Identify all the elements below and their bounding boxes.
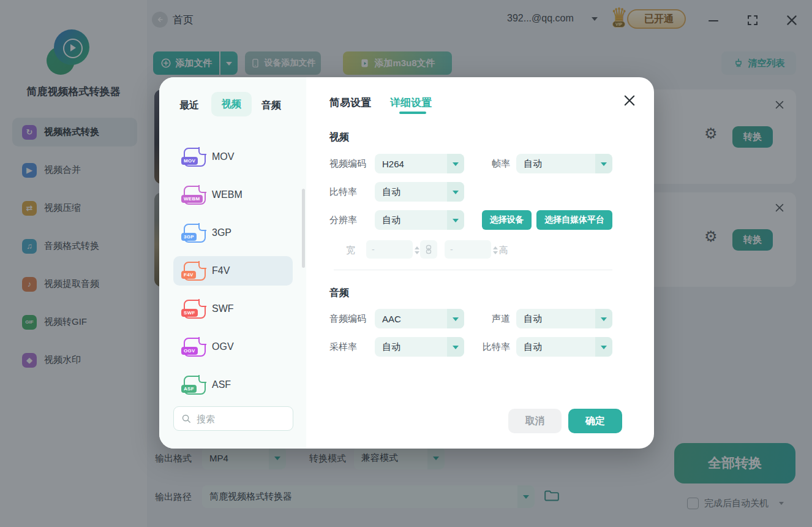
format-name: WEBM — [212, 189, 242, 200]
file-format-icon: 3GP — [184, 224, 206, 243]
sample-rate-value: 自动 — [375, 337, 447, 357]
audio-codec-label: 音频编码 — [329, 313, 366, 325]
video-section-title: 视频 — [329, 131, 349, 144]
file-format-icon: SWF — [184, 300, 206, 319]
format-name: SWF — [212, 303, 234, 314]
format-item-ogv[interactable]: OGV OGV — [173, 332, 293, 362]
audio-codec-select[interactable]: AAC — [375, 309, 464, 328]
app-window: 简鹿视频格式转换器 ↻ 视频格式转换 ▶ 视频合并 ⇄ 视频压缩 ♫ 音频格式转… — [0, 0, 812, 527]
format-item-f4v[interactable]: F4V F4V — [173, 256, 293, 286]
format-item-mov[interactable]: MOV MOV — [173, 142, 293, 172]
resolution-select[interactable]: 自动 — [375, 210, 464, 230]
cancel-button[interactable]: 取消 — [508, 409, 562, 433]
chain-link-icon — [424, 244, 433, 255]
stepper-arrows[interactable] — [415, 244, 419, 257]
format-name: MOV — [212, 151, 234, 162]
file-format-icon: WEBM — [184, 186, 206, 205]
section-divider — [334, 270, 612, 270]
width-label: 宽 — [346, 245, 355, 256]
video-bitrate-value: 自动 — [375, 182, 447, 202]
resolution-value: 自动 — [375, 210, 447, 230]
search-input[interactable] — [195, 413, 284, 425]
height-value: - — [450, 245, 453, 254]
stepper-arrows[interactable] — [493, 244, 498, 257]
chevron-down-icon — [447, 182, 464, 202]
channel-label: 声道 — [492, 313, 510, 325]
fps-label: 帧率 — [492, 158, 510, 170]
close-icon — [622, 93, 637, 108]
format-name: ASF — [212, 379, 231, 390]
fps-select[interactable]: 自动 — [516, 154, 612, 173]
active-tab-underline — [399, 112, 426, 114]
chevron-down-icon — [447, 337, 464, 357]
audio-section-title: 音频 — [329, 287, 349, 300]
chevron-down-icon — [447, 154, 464, 173]
close-dialog-button[interactable] — [622, 93, 637, 108]
format-item-asf[interactable]: ASF ASF — [173, 370, 293, 400]
resolution-label: 分辨率 — [329, 214, 357, 226]
file-format-icon: F4V — [184, 262, 206, 281]
audio-bitrate-select[interactable]: 自动 — [516, 337, 612, 357]
chevron-down-icon — [595, 309, 612, 328]
ok-button[interactable]: 确定 — [568, 409, 622, 433]
format-item-swf[interactable]: SWF SWF — [173, 294, 293, 324]
format-name: 3GP — [212, 227, 231, 238]
channel-value: 自动 — [516, 309, 595, 328]
tab-detailed-settings[interactable]: 详细设置 — [390, 96, 432, 110]
chevron-down-icon — [447, 210, 464, 230]
chevron-down-icon — [595, 154, 612, 173]
fps-value: 自动 — [516, 154, 595, 173]
video-codec-value: H264 — [375, 154, 447, 173]
video-codec-label: 视频编码 — [329, 158, 366, 170]
audio-bitrate-value: 自动 — [516, 337, 595, 357]
select-device-button[interactable]: 选择设备 — [482, 210, 532, 230]
height-input[interactable]: - — [445, 240, 491, 259]
link-dimensions-toggle[interactable] — [420, 240, 437, 259]
chevron-down-icon — [447, 309, 464, 328]
sample-rate-label: 采样率 — [329, 341, 357, 353]
format-name: F4V — [212, 265, 230, 276]
tab-simple-settings[interactable]: 简易设置 — [329, 96, 371, 110]
format-item-3gp[interactable]: 3GP 3GP — [173, 218, 293, 248]
tab-audio[interactable]: 音频 — [261, 99, 281, 112]
video-bitrate-select[interactable]: 自动 — [375, 182, 464, 202]
channel-select[interactable]: 自动 — [516, 309, 612, 328]
select-platform-button[interactable]: 选择自媒体平台 — [536, 210, 612, 230]
search-icon — [181, 414, 191, 423]
format-name: OGV — [212, 341, 234, 352]
tab-video[interactable]: 视频 — [211, 92, 252, 116]
width-value: - — [372, 245, 375, 254]
chevron-down-icon — [595, 337, 612, 357]
format-item-webm[interactable]: WEBM WEBM — [173, 180, 293, 210]
audio-bitrate-label: 比特率 — [483, 341, 510, 353]
file-format-icon: MOV — [184, 148, 206, 167]
tab-recent[interactable]: 最近 — [179, 99, 199, 112]
sample-rate-select[interactable]: 自动 — [375, 337, 464, 357]
format-search — [173, 406, 293, 431]
format-list-panel: 最近 视频 音频 MOV MOV WEBM WEBM 3 — [159, 77, 306, 449]
file-format-icon: ASF — [184, 376, 206, 395]
height-label: 高 — [499, 245, 508, 256]
video-codec-select[interactable]: H264 — [375, 154, 464, 173]
width-input[interactable]: - — [366, 240, 413, 259]
scrollbar[interactable] — [302, 189, 305, 268]
file-format-icon: OGV — [184, 338, 206, 357]
format-settings-dialog: 最近 视频 音频 MOV MOV WEBM WEBM 3 — [159, 77, 654, 449]
audio-codec-value: AAC — [375, 309, 447, 328]
video-bitrate-label: 比特率 — [329, 186, 357, 198]
